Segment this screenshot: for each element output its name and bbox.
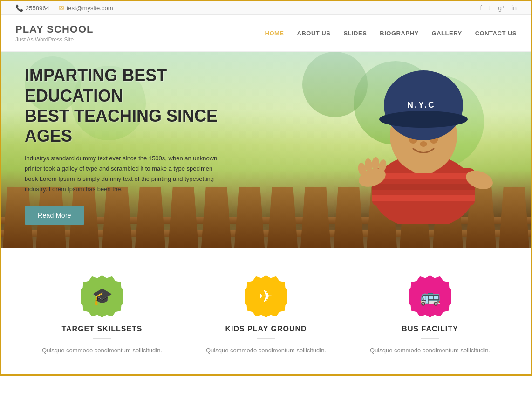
hero-title: IMPARTING BEST EDUCATION BEST TEACHING S… bbox=[25, 65, 220, 146]
phone-icon: 📞 bbox=[15, 4, 23, 12]
email-icon: ✉ bbox=[59, 4, 64, 12]
bus-desc: Quisque commodo condimentum sollicitudin… bbox=[370, 346, 490, 356]
playground-divider bbox=[257, 338, 275, 339]
email-contact: ✉ test@mysite.com bbox=[59, 4, 113, 12]
playground-desc: Quisque commodo condimentum sollicitudin… bbox=[206, 346, 326, 356]
child-svg: N.Y.C bbox=[344, 52, 503, 224]
svg-rect-4 bbox=[372, 195, 475, 201]
graduation-icon: 🎓 bbox=[92, 287, 113, 306]
logo-title: PLAY SCHOOL bbox=[15, 23, 93, 35]
twitter-icon[interactable]: 𝕥 bbox=[488, 4, 491, 12]
playground-icon-bg: ✈ bbox=[245, 275, 287, 317]
logo-subtitle: Just As WordPress Site bbox=[15, 36, 93, 43]
header: PLAY SCHOOL Just As WordPress Site HOME … bbox=[1, 15, 531, 52]
logo: PLAY SCHOOL Just As WordPress Site bbox=[15, 23, 93, 43]
skillsets-desc: Quisque commodo condimentum sollicitudin… bbox=[42, 346, 162, 356]
playground-title: KIDS PLAY GROUND bbox=[206, 325, 326, 333]
skillsets-divider bbox=[93, 338, 111, 339]
phone-number: 2558964 bbox=[26, 5, 49, 12]
skillsets-title: TARGET SKILLSETS bbox=[42, 325, 162, 333]
hero-content: IMPARTING BEST EDUCATION BEST TEACHING S… bbox=[1, 52, 244, 243]
svg-rect-3 bbox=[372, 184, 475, 190]
child-figure-area: N.Y.C bbox=[344, 52, 503, 210]
svg-point-13 bbox=[379, 111, 468, 128]
top-bar: 📞 2558964 ✉ test@mysite.com f 𝕥 g⁺ in bbox=[1, 1, 531, 15]
nav-home[interactable]: HOME bbox=[265, 30, 284, 37]
top-bar-left: 📞 2558964 ✉ test@mysite.com bbox=[15, 4, 113, 12]
fence-post bbox=[267, 187, 298, 248]
svg-rect-2 bbox=[372, 173, 475, 179]
svg-point-11 bbox=[420, 141, 427, 147]
bus-icon-bg: 🚌 bbox=[409, 275, 451, 317]
read-more-button[interactable]: Read More bbox=[25, 206, 84, 225]
feature-playground: ✈ KIDS PLAY GROUND Quisque commodo condi… bbox=[206, 275, 326, 356]
facebook-icon[interactable]: f bbox=[480, 4, 482, 12]
svg-text:N.Y.C: N.Y.C bbox=[407, 100, 436, 110]
hero-description: Industrys standard dummy text ever since… bbox=[25, 153, 220, 194]
feature-skillsets: 🎓 TARGET SKILLSETS Quisque commodo condi… bbox=[42, 275, 162, 356]
bus-icon: 🚌 bbox=[420, 287, 441, 306]
googleplus-icon[interactable]: g⁺ bbox=[498, 4, 505, 12]
social-links: f 𝕥 g⁺ in bbox=[480, 4, 517, 12]
email-address: test@mysite.com bbox=[67, 5, 113, 12]
bus-title: BUS FACILITY bbox=[370, 325, 490, 333]
hero-section: N.Y.C IMPARTING BEST EDUCATION BEST TEAC… bbox=[1, 52, 531, 248]
nav-gallery[interactable]: GALLERY bbox=[432, 30, 462, 37]
phone-contact: 📞 2558964 bbox=[15, 4, 49, 12]
linkedin-icon[interactable]: in bbox=[512, 4, 517, 12]
features-section: 🎓 TARGET SKILLSETS Quisque commodo condi… bbox=[1, 248, 531, 374]
fence-post bbox=[300, 187, 331, 248]
nav-contact[interactable]: CONTACT US bbox=[475, 30, 517, 37]
fence-post bbox=[499, 187, 529, 248]
skillsets-icon-bg: 🎓 bbox=[81, 275, 123, 317]
nav-biography[interactable]: BIOGRAPHY bbox=[380, 30, 418, 37]
nav-slides[interactable]: SLIDES bbox=[343, 30, 367, 37]
main-nav: HOME ABOUT US SLIDES BIOGRAPHY GALLERY C… bbox=[265, 30, 517, 37]
nav-about[interactable]: ABOUT US bbox=[297, 30, 331, 37]
bus-divider bbox=[421, 338, 439, 339]
paper-plane-icon: ✈ bbox=[259, 287, 273, 306]
feature-bus: 🚌 BUS FACILITY Quisque commodo condiment… bbox=[370, 275, 490, 356]
